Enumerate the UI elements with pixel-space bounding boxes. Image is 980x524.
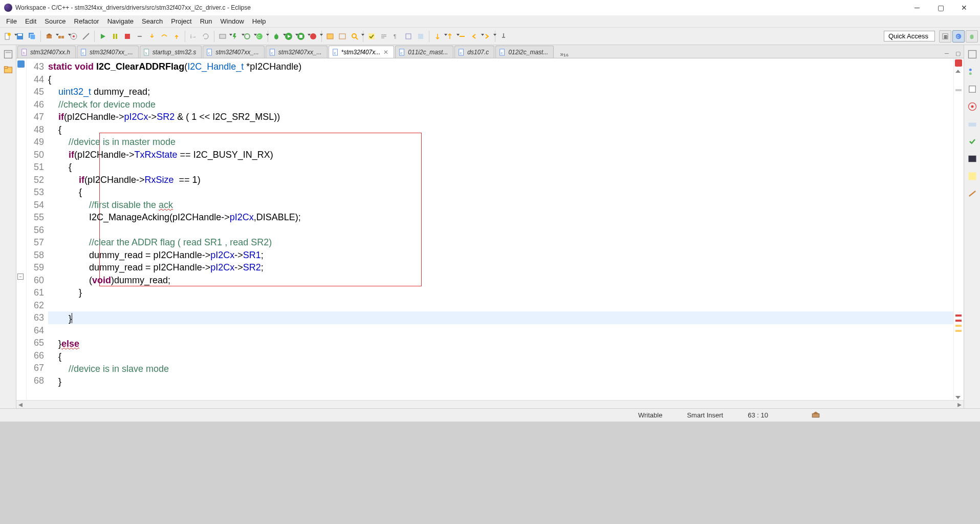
resume-button[interactable] xyxy=(97,31,108,42)
editor-tab[interactable]: hstm32f407xx.h xyxy=(17,46,76,58)
suspend-button[interactable] xyxy=(110,31,121,42)
reset-chip-button[interactable] xyxy=(242,31,253,42)
build-target-button[interactable] xyxy=(68,31,79,42)
debug-button[interactable] xyxy=(271,31,282,42)
menu-search[interactable]: Search xyxy=(138,16,167,26)
code-line[interactable]: (void)dummy_read; xyxy=(48,274,953,287)
build-status-icon[interactable] xyxy=(811,410,820,421)
line-number[interactable]: 46 xyxy=(27,98,44,111)
project-explorer-icon[interactable] xyxy=(3,65,13,75)
code-line[interactable]: } xyxy=(48,311,953,325)
tasks-icon[interactable] xyxy=(967,136,977,149)
line-number[interactable]: 67 xyxy=(27,362,44,374)
maximize-view-icon[interactable]: ▢ xyxy=(953,49,963,58)
console-icon[interactable] xyxy=(967,154,977,166)
new-cpp-button[interactable]: C xyxy=(254,31,265,42)
block-sel-button[interactable] xyxy=(403,31,414,42)
line-number[interactable]: 50 xyxy=(27,149,44,161)
minimize-button[interactable]: ─ xyxy=(905,0,929,15)
info-marker-icon[interactable] xyxy=(17,60,25,68)
line-number[interactable]: 54 xyxy=(27,199,44,212)
code-line[interactable] xyxy=(48,224,953,237)
close-button[interactable]: ✕ xyxy=(952,0,976,15)
line-number[interactable]: 49 xyxy=(27,136,44,149)
code-line[interactable] xyxy=(48,299,953,312)
line-number[interactable]: 43 xyxy=(27,60,44,73)
debug-perspective-button[interactable] xyxy=(966,30,978,43)
code-line[interactable]: { xyxy=(48,161,953,174)
new-button[interactable] xyxy=(2,31,13,42)
open-type-button[interactable] xyxy=(324,31,336,42)
line-number[interactable]: 60 xyxy=(27,274,44,287)
cpp-perspective-button[interactable]: C xyxy=(952,30,965,43)
wrap-button[interactable] xyxy=(378,31,389,42)
menu-help[interactable]: Help xyxy=(248,16,270,26)
code-line[interactable]: //device is in master mode xyxy=(48,136,953,149)
horizontal-scrollbar[interactable]: ◂ ▸ xyxy=(16,400,964,408)
prev-ann-button[interactable] xyxy=(444,31,455,42)
show-ws-button[interactable] xyxy=(415,31,426,42)
code-editor[interactable]: − 43444546474849505152535455565758596061… xyxy=(16,58,964,400)
code-line[interactable]: if(pI2CHandle->TxRxState == I2C_BUSY_IN_… xyxy=(48,149,953,161)
terminate-button[interactable] xyxy=(122,31,133,42)
forward-button[interactable] xyxy=(481,31,492,42)
marker-ruler[interactable]: − xyxy=(16,58,27,400)
instr-step-button[interactable]: i→ xyxy=(188,31,199,42)
menu-edit[interactable]: Edit xyxy=(21,16,40,26)
build-button[interactable] xyxy=(43,31,55,42)
code-line[interactable]: uint32_t dummy_read; xyxy=(48,86,953,98)
task-list-icon[interactable] xyxy=(967,84,977,96)
scroll-right-icon[interactable]: ▸ xyxy=(955,400,964,409)
line-number[interactable]: 58 xyxy=(27,249,44,262)
coverage-button[interactable] xyxy=(295,31,307,42)
step-over-button[interactable] xyxy=(159,31,170,42)
code-line[interactable]: I2C_ManageAcking(pI2CHandle->pI2Cx,DISAB… xyxy=(48,211,953,224)
step-into-button[interactable] xyxy=(146,31,158,42)
code-line[interactable]: if(pI2CHandle->RxSize == 1) xyxy=(48,174,953,186)
code-line[interactable]: { xyxy=(48,186,953,199)
tab-close-icon[interactable]: ✕ xyxy=(383,49,388,56)
open-perspective-button[interactable]: ⊞ xyxy=(939,30,951,43)
save-all-button[interactable] xyxy=(27,31,38,42)
line-number[interactable]: 51 xyxy=(27,161,44,174)
code-line[interactable]: static void I2C_ClearADDRFlag(I2C_Handle… xyxy=(48,60,953,73)
line-number[interactable]: 45 xyxy=(27,86,44,98)
line-number[interactable]: 56 xyxy=(27,224,44,237)
properties-icon[interactable] xyxy=(967,171,977,183)
search-button[interactable] xyxy=(349,31,360,42)
menu-project[interactable]: Project xyxy=(167,16,195,26)
code-line[interactable]: //first disable the ack xyxy=(48,199,953,212)
toggle-mark-button[interactable] xyxy=(366,31,377,42)
last-edit-button[interactable] xyxy=(456,31,468,42)
build-targets-icon[interactable] xyxy=(967,101,977,114)
error-summary-icon[interactable] xyxy=(955,59,962,67)
code-line[interactable]: dummy_read = pI2CHandle->pI2Cx->SR1; xyxy=(48,249,953,262)
restart-button[interactable] xyxy=(200,31,211,42)
fold-minus-icon[interactable]: − xyxy=(17,274,24,280)
editor-tab[interactable]: c011i2c_mast... xyxy=(395,46,453,58)
code-line[interactable]: } xyxy=(48,375,953,388)
code-line[interactable] xyxy=(48,325,953,338)
editor-tab[interactable]: cds107.c xyxy=(454,46,494,58)
menu-file[interactable]: File xyxy=(2,16,21,26)
line-number[interactable]: 62 xyxy=(27,299,44,312)
line-number[interactable]: 53 xyxy=(27,186,44,199)
line-number[interactable]: 65 xyxy=(27,337,44,349)
new-conn-button[interactable] xyxy=(217,31,228,42)
tabs-overflow-button[interactable]: »₁₆ xyxy=(558,51,571,58)
restore-right-icon[interactable] xyxy=(967,49,977,61)
code-line[interactable]: //clear the ADDR flag ( read SR1 , read … xyxy=(48,236,953,249)
back-button[interactable] xyxy=(469,31,480,42)
code-content[interactable]: static void I2C_ClearADDRFlag(I2C_Handle… xyxy=(48,58,953,400)
editor-tab[interactable]: c012i2c_mast... xyxy=(495,46,554,58)
pin-button[interactable] xyxy=(498,31,509,42)
line-number[interactable]: 52 xyxy=(27,174,44,186)
outline-icon[interactable] xyxy=(967,67,977,79)
line-number[interactable]: 57 xyxy=(27,236,44,249)
menu-window[interactable]: Window xyxy=(216,16,248,26)
scroll-up-icon[interactable] xyxy=(955,70,961,73)
menu-refactor[interactable]: Refactor xyxy=(70,16,103,26)
save-button[interactable] xyxy=(14,31,26,42)
code-line[interactable]: if(pI2CHandle->pI2Cx->SR2 & ( 1 << I2C_S… xyxy=(48,111,953,123)
scroll-down-icon[interactable] xyxy=(955,396,961,399)
